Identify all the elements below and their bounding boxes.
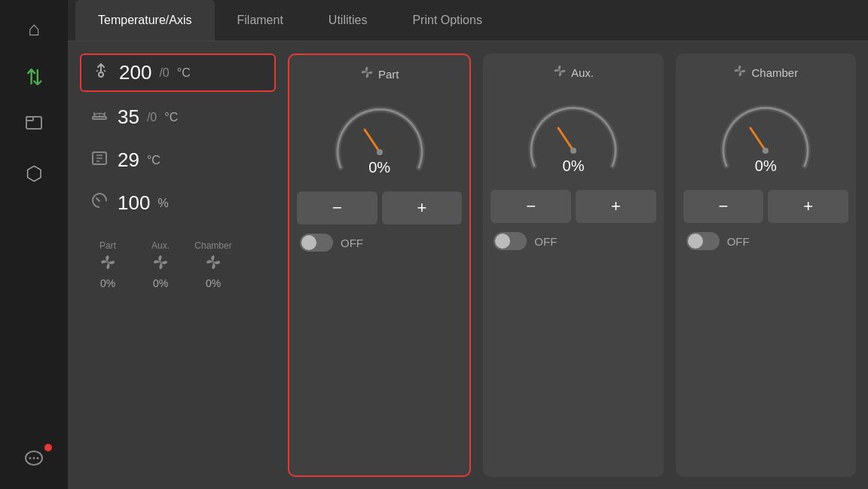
fan-controls-part: − +	[297, 191, 462, 225]
svg-point-17	[570, 148, 576, 154]
sidebar-item-home[interactable]: ⌂	[10, 8, 58, 50]
fan-val-chamber: 0%	[194, 277, 232, 289]
hotend-target: /0	[159, 66, 169, 80]
svg-point-15	[558, 70, 561, 72]
bed-unit: °C	[164, 111, 178, 124]
toggle-label-aux: OFF	[534, 235, 557, 248]
sidebar-item-messages[interactable]	[10, 439, 58, 481]
home-icon: ⌂	[28, 17, 40, 41]
svg-point-6	[99, 72, 103, 77]
tab-utilities[interactable]: Utilities	[306, 0, 390, 41]
tab-print-options[interactable]: Print Options	[390, 0, 504, 41]
fan-label-part: Part	[360, 66, 399, 83]
svg-point-20	[763, 148, 769, 154]
toggle-knob-chamber	[688, 234, 703, 249]
fan-controls-aux: − +	[491, 190, 656, 223]
svg-point-9	[106, 261, 109, 264]
chamber-unit: °C	[147, 154, 160, 167]
speed-row: 100 %	[80, 185, 276, 221]
toggle-label-part: OFF	[341, 237, 363, 249]
gauge-text-part: 0%	[368, 159, 390, 176]
svg-point-14	[377, 149, 383, 155]
gauge-text-aux: 0%	[563, 157, 585, 175]
fan-minus-part[interactable]: −	[297, 191, 377, 225]
content-area: 200 /0 °C 35 /0 °C	[68, 41, 868, 489]
fan-val-part: 0%	[89, 277, 127, 289]
fan-name-chamber: Chamber	[751, 66, 798, 79]
svg-point-12	[365, 72, 368, 74]
toggle-knob-aux	[495, 234, 510, 249]
toggle-aux[interactable]	[494, 232, 527, 250]
svg-point-4	[33, 457, 35, 459]
gauge-text-chamber: 0%	[755, 157, 777, 175]
tab-temperature-axis[interactable]: Temperature/Axis	[75, 0, 215, 41]
fan-card-aux: Aux. 0% − +	[483, 53, 663, 477]
svg-point-5	[37, 457, 39, 459]
chamber-temp-row: 29 °C	[80, 142, 276, 178]
toggle-row-chamber: OFF	[683, 232, 848, 250]
fan-label-icon-part	[360, 66, 374, 83]
sidebar-item-files[interactable]	[10, 104, 58, 146]
fan-label-aux: Aux.	[553, 64, 594, 81]
speed-unit: %	[157, 197, 168, 210]
gauge-aux: 0%	[521, 90, 626, 181]
fan-summary-values: 0% 0% 0%	[89, 277, 267, 289]
hotend-unit: °C	[177, 66, 191, 80]
fan-plus-aux[interactable]: +	[576, 190, 656, 223]
main-panel: Temperature/Axis Filament Utilities Prin…	[68, 0, 868, 489]
bed-temp-row: 35 /0 °C	[80, 99, 276, 135]
svg-point-18	[739, 70, 741, 72]
svg-point-3	[29, 457, 32, 459]
fan-plus-chamber[interactable]: +	[768, 190, 848, 223]
fan-controls-chamber: − +	[683, 190, 848, 223]
fan-plus-part[interactable]: +	[382, 191, 463, 225]
fan-name-part: Part	[378, 68, 399, 81]
fan-icon-part	[89, 254, 127, 274]
fan-icon-aux	[142, 254, 179, 274]
toggle-knob-part	[301, 235, 316, 250]
toggle-part[interactable]	[300, 234, 333, 252]
fan-minus-aux[interactable]: −	[491, 190, 571, 223]
left-panel: 200 /0 °C 35 /0 °C	[80, 53, 276, 477]
toggle-row-part: OFF	[297, 234, 462, 252]
fan-summary-headers: Part Aux. Chamber	[89, 240, 267, 251]
fan-summary: Part Aux. Chamber 0%	[80, 234, 276, 295]
tune-icon: ⇅	[26, 65, 43, 90]
fans-panel: Part 0% −	[288, 53, 856, 477]
toggle-chamber[interactable]	[686, 232, 720, 250]
settings-icon: ⬡	[26, 162, 43, 185]
chamber-value: 29	[118, 148, 139, 172]
fan-minus-chamber[interactable]: −	[683, 190, 764, 223]
messages-icon	[23, 448, 44, 474]
fan-summary-icons	[89, 254, 267, 274]
svg-line-13	[365, 130, 380, 152]
sidebar: ⌂ ⇅ ⬡	[0, 0, 68, 489]
svg-line-16	[558, 128, 573, 151]
gauge-part: 0%	[327, 92, 432, 182]
hotend-value: 200	[119, 61, 151, 84]
speed-value: 100	[118, 191, 150, 215]
fan-val-aux: 0%	[142, 277, 179, 289]
sidebar-item-settings[interactable]: ⬡	[10, 152, 58, 194]
bed-icon	[89, 106, 110, 128]
messages-badge	[44, 444, 52, 451]
speed-icon	[89, 192, 110, 214]
tab-filament[interactable]: Filament	[215, 0, 306, 41]
svg-point-11	[212, 261, 215, 264]
svg-rect-1	[26, 117, 33, 121]
svg-rect-7	[93, 117, 106, 119]
fan-header-part: Part	[89, 240, 127, 251]
fan-header-aux: Aux.	[142, 240, 179, 251]
sidebar-item-tune[interactable]: ⇅	[10, 56, 58, 98]
fan-name-aux: Aux.	[571, 66, 594, 79]
svg-point-10	[159, 261, 162, 264]
fan-icon-chamber	[194, 254, 232, 274]
hotend-icon	[90, 62, 112, 84]
bed-target: /0	[147, 111, 157, 124]
toggle-label-chamber: OFF	[727, 235, 750, 248]
bed-value: 35	[118, 105, 139, 129]
chamber-icon	[89, 149, 110, 171]
tabs-bar: Temperature/Axis Filament Utilities Prin…	[68, 0, 868, 41]
fan-card-chamber: Chamber 0% − +	[676, 53, 856, 477]
fan-label-chamber: Chamber	[733, 64, 798, 81]
